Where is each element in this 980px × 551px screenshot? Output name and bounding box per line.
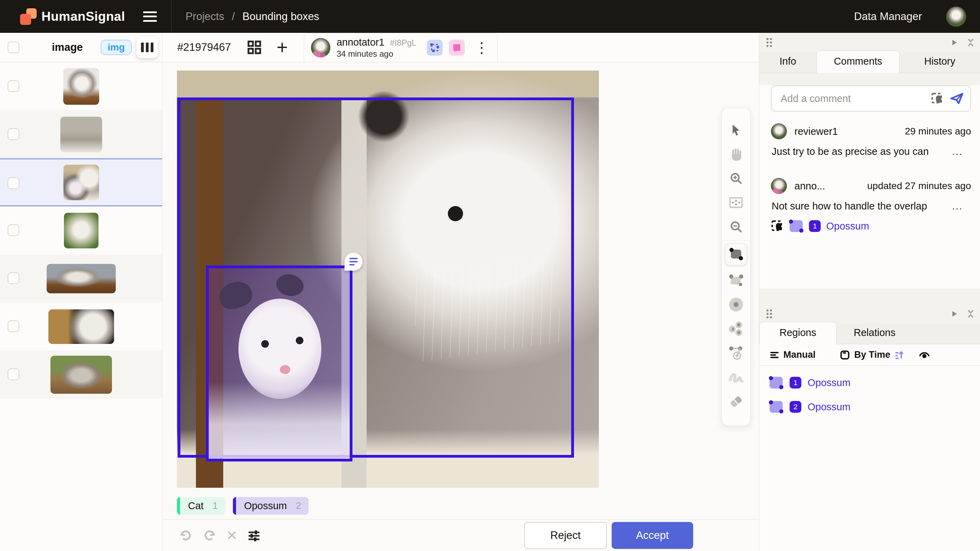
reset-annotation-button[interactable]: ✕ [222, 526, 242, 545]
label-studio-app: HumanSignal Projects / Bounding boxes Da… [0, 0, 980, 551]
prediction-chip-button[interactable] [427, 40, 443, 56]
task-row-checkbox[interactable] [8, 80, 19, 92]
label-hotkey: 1 [213, 500, 218, 511]
columns-toggle-button[interactable] [137, 37, 158, 58]
detach-panel-icon[interactable] [951, 310, 958, 318]
task-row-4[interactable] [0, 206, 162, 255]
task-thumbnail [63, 68, 99, 105]
grid-view-button[interactable] [247, 40, 261, 54]
settings-button[interactable] [244, 526, 264, 545]
polygon-tool[interactable] [725, 341, 747, 365]
add-annotation-button[interactable]: + [277, 38, 288, 57]
pan-tool[interactable] [725, 142, 747, 166]
fit-to-screen-tool[interactable] [725, 191, 747, 215]
send-comment-icon[interactable] [950, 92, 963, 104]
comment-more-menu[interactable]: ... [952, 200, 971, 212]
drag-handle-icon[interactable] [765, 37, 773, 48]
tab-history[interactable]: History [899, 56, 980, 73]
comment-author: reviewer1 [794, 126, 838, 137]
ellipse-tool[interactable] [725, 293, 747, 317]
label-chip-opossum[interactable]: Opossum 2 [233, 497, 309, 515]
annotation-time: 34 minutes ago [337, 49, 417, 59]
label-chip-cat[interactable]: Cat 1 [177, 497, 225, 515]
task-row-checkbox[interactable] [8, 128, 19, 140]
labels-bar: Cat 1 Opossum 2 [177, 497, 309, 515]
task-row-5[interactable] [0, 255, 162, 303]
humansignal-logo-icon [20, 8, 37, 25]
tab-regions[interactable]: Regions [759, 322, 837, 344]
bounding-box-region-2-opossum[interactable] [206, 266, 352, 462]
comment-indicator-button[interactable] [449, 40, 465, 56]
collapse-panel-icon[interactable] [967, 38, 974, 47]
task-row-1[interactable] [0, 62, 162, 110]
zoom-out-tool[interactable] [725, 215, 747, 239]
tab-relations[interactable]: Relations [837, 327, 913, 344]
task-row-checkbox[interactable] [8, 225, 19, 236]
user-avatar[interactable] [946, 6, 966, 27]
zoom-in-tool[interactable] [725, 166, 747, 191]
sliders-icon [247, 529, 261, 542]
task-list-sidebar: image img [0, 33, 162, 551]
task-row-checkbox[interactable] [8, 320, 19, 332]
attach-region-icon[interactable] [931, 92, 943, 105]
three-point-rect-icon [729, 274, 744, 287]
undo-button[interactable] [177, 526, 196, 545]
comment-input-box[interactable] [771, 85, 971, 111]
tab-info[interactable]: Info [759, 56, 816, 73]
rectangle-tool-icon [729, 247, 743, 261]
commenter-avatar [771, 178, 787, 194]
redo-button[interactable] [199, 526, 219, 545]
attach-region-icon [771, 220, 783, 232]
eraser-tool[interactable] [725, 389, 747, 413]
task-image[interactable] [177, 70, 599, 488]
task-row-7[interactable] [0, 350, 162, 398]
region-list-item-1[interactable]: 1 Opossum [759, 371, 980, 395]
drag-handle-icon[interactable] [765, 309, 773, 319]
task-row-checkbox[interactable] [8, 177, 19, 189]
comment-item-2: anno... updated 27 minutes ago Not sure … [771, 178, 971, 233]
rectangle-tool-selected[interactable] [725, 244, 747, 266]
baby-opossum [209, 268, 350, 459]
group-by-control[interactable]: Manual [770, 349, 816, 360]
annotation-hash: #I8PgL [390, 38, 417, 48]
keypoint-tool[interactable] [725, 317, 747, 341]
order-by-icon [840, 350, 850, 360]
detach-panel-icon[interactable] [951, 39, 958, 46]
task-row-2[interactable] [0, 110, 162, 158]
details-panel-strip [759, 33, 980, 52]
redo-icon [202, 529, 216, 541]
task-row-checkbox[interactable] [8, 272, 19, 284]
order-by-control[interactable]: By Time [840, 349, 904, 360]
breadcrumb-projects-link[interactable]: Projects [186, 10, 224, 23]
toggle-visibility-eye-icon[interactable] [919, 350, 930, 360]
task-row-3-selected[interactable] [0, 158, 162, 206]
comment-more-menu[interactable]: ... [952, 145, 971, 157]
region-comment-bubble[interactable] [345, 253, 363, 271]
img-type-badge[interactable]: img [100, 40, 132, 55]
region-number-badge: 1 [790, 377, 801, 389]
hamburger-menu-icon[interactable] [143, 11, 157, 22]
task-row-checkbox[interactable] [8, 368, 19, 380]
comment-input[interactable] [781, 93, 931, 104]
tab-comments[interactable]: Comments [816, 51, 899, 73]
move-tool[interactable] [725, 118, 747, 142]
region-number-badge: 2 [790, 401, 801, 413]
accept-button[interactable]: Accept [612, 522, 693, 549]
reject-button[interactable]: Reject [524, 522, 607, 549]
label-color-bar [177, 497, 180, 515]
canvas-toolbar [722, 108, 751, 426]
region-list-item-2[interactable]: 2 Opossum [759, 395, 980, 419]
annotator-card[interactable]: annotator1 #I8PgL 34 minutes ago ⋮ [304, 33, 498, 62]
task-id: #21979467 [177, 41, 231, 54]
brush-tool[interactable] [725, 365, 747, 389]
kebab-menu[interactable]: ⋮ [474, 39, 489, 56]
region-label: Opossum [826, 221, 869, 232]
task-row-6[interactable] [0, 303, 162, 350]
comment-linked-region[interactable]: 1 Opossum [771, 220, 971, 233]
data-manager-link[interactable]: Data Manager [854, 10, 922, 23]
humansignal-logo[interactable]: HumanSignal [20, 8, 125, 25]
select-all-checkbox[interactable] [8, 41, 19, 53]
three-point-rectangle-tool[interactable] [725, 268, 747, 293]
collapse-panel-icon[interactable] [967, 309, 974, 319]
label-color-bar [233, 497, 236, 515]
